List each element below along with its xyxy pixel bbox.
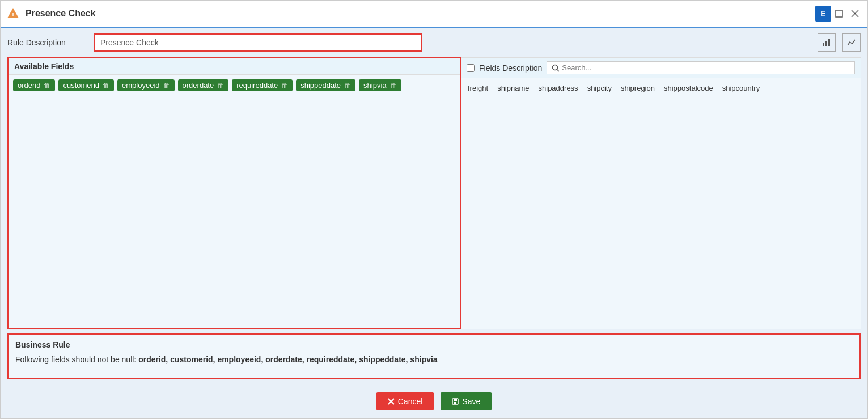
business-rule-fields: orderid, customerid, employeeid, orderda… [138, 355, 437, 364]
svg-line-9 [557, 69, 560, 71]
main-window: Presence Check E Rule Description [0, 0, 868, 419]
maximize-button[interactable] [831, 6, 847, 22]
save-button[interactable]: Save [441, 392, 492, 410]
delete-icon[interactable]: 🗑 [217, 82, 224, 90]
delete-icon[interactable]: 🗑 [44, 82, 50, 90]
available-item-shipcity[interactable]: shipcity [585, 83, 614, 94]
available-item-shipcountry[interactable]: shipcountry [720, 83, 762, 94]
field-label: employeeid [122, 81, 160, 90]
cancel-button[interactable]: Cancel [376, 392, 434, 410]
field-tag-shipvia[interactable]: shipvia🗑 [359, 79, 401, 91]
rule-description-row: Rule Description [7, 33, 861, 52]
fields-description-label: Fields Description [479, 64, 542, 73]
delete-icon[interactable]: 🗑 [163, 82, 170, 90]
svg-rect-1 [12, 13, 14, 16]
field-label: requireddate [236, 81, 278, 90]
rule-description-label: Rule Description [7, 38, 87, 47]
available-item-shippostalcode[interactable]: shippostalcode [662, 83, 715, 94]
content-area: Rule Description Available Fields orderi… [1, 28, 867, 384]
available-fields-body: orderid🗑customerid🗑employeeid🗑orderdate🗑… [9, 75, 460, 328]
business-rule-prefix: Following fields should not be null: [15, 355, 138, 364]
field-tag-requireddate[interactable]: requireddate🗑 [232, 79, 293, 91]
svg-rect-13 [454, 399, 457, 401]
available-items-body: freightshipnameshipaddressshipcityshipre… [461, 78, 861, 329]
svg-rect-5 [823, 43, 824, 46]
search-input[interactable] [562, 64, 850, 72]
svg-rect-7 [828, 39, 830, 46]
cancel-label: Cancel [398, 397, 423, 406]
business-rule-header: Business Rule [15, 340, 853, 349]
svg-rect-14 [454, 402, 456, 404]
right-panel-header: Fields Description [461, 58, 861, 78]
delete-icon[interactable]: 🗑 [344, 82, 351, 90]
bar-chart-button[interactable] [818, 33, 836, 52]
field-label: customerid [63, 81, 99, 90]
rule-description-input[interactable] [94, 33, 422, 52]
available-item-shipregion[interactable]: shipregion [619, 83, 657, 94]
available-item-shipname[interactable]: shipname [495, 83, 531, 94]
cancel-icon [388, 398, 395, 405]
field-tag-shippeddate[interactable]: shippeddate🗑 [296, 79, 355, 91]
footer: Cancel Save [1, 384, 867, 418]
panels-and-bottom: Available Fields orderid🗑customerid🗑empl… [7, 57, 861, 379]
field-label: shippeddate [300, 81, 341, 90]
svg-rect-6 [825, 41, 827, 46]
close-button[interactable] [847, 6, 863, 22]
field-label: orderdate [183, 81, 214, 90]
delete-icon[interactable]: 🗑 [390, 82, 397, 90]
fields-description-checkbox[interactable] [467, 64, 475, 72]
available-fields-header: Available Fields [9, 58, 460, 75]
e-button[interactable]: E [815, 6, 831, 22]
app-icon [5, 6, 21, 22]
svg-rect-2 [836, 10, 842, 17]
delete-icon[interactable]: 🗑 [281, 82, 288, 90]
fields-description-panel: Fields Description freightshipnameshipad… [461, 57, 861, 329]
available-item-shipaddress[interactable]: shipaddress [536, 83, 581, 94]
title-bar: Presence Check E [1, 1, 867, 28]
search-box [547, 61, 855, 74]
field-tag-employeeid[interactable]: employeeid🗑 [117, 79, 175, 91]
field-tag-customerid[interactable]: customerid🗑 [58, 79, 114, 91]
field-label: shipvia [363, 81, 386, 90]
panels-row: Available Fields orderid🗑customerid🗑empl… [7, 57, 861, 329]
delete-icon[interactable]: 🗑 [103, 82, 109, 90]
available-item-freight[interactable]: freight [465, 83, 490, 94]
field-label: orderid [18, 81, 40, 90]
save-label: Save [462, 397, 480, 406]
available-fields-panel: Available Fields orderid🗑customerid🗑empl… [7, 57, 461, 329]
field-tag-orderid[interactable]: orderid🗑 [13, 79, 55, 91]
business-rule-text: Following fields should not be null: ord… [15, 354, 853, 366]
business-rule-box: Business Rule Following fields should no… [7, 333, 861, 379]
bottom-section: Business Rule Following fields should no… [7, 333, 861, 379]
svg-point-8 [553, 65, 558, 70]
save-icon [452, 398, 459, 405]
line-chart-button[interactable] [842, 33, 861, 52]
field-tag-orderdate[interactable]: orderdate🗑 [178, 79, 229, 91]
window-title: Presence Check [26, 9, 96, 19]
search-icon [552, 64, 560, 72]
